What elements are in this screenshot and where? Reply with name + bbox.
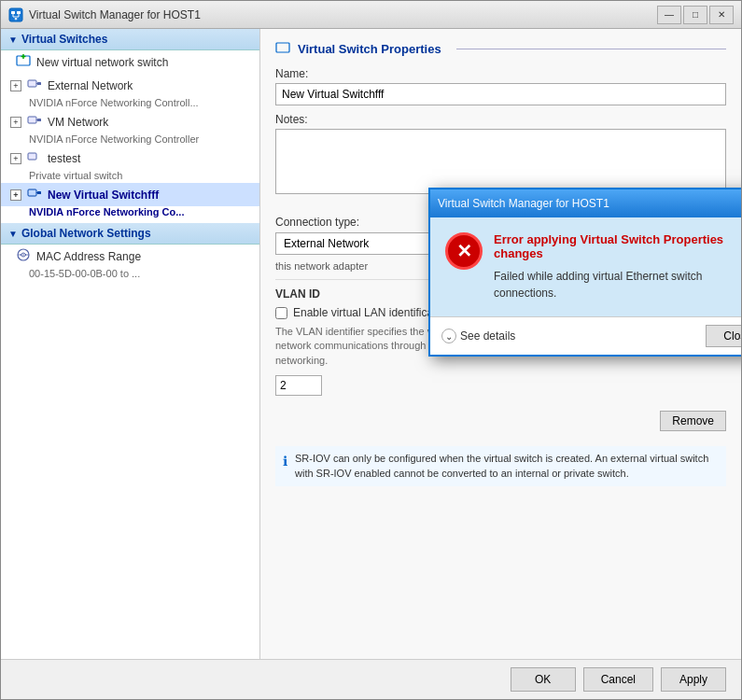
expand-arrow-icon: ▼: [8, 35, 18, 45]
sidebar: ▼ Virtual Switches New virtual network s…: [1, 29, 260, 659]
mac-address-sub: 00-15-5D-00-0B-00 to ...: [1, 268, 259, 281]
svg-rect-14: [37, 119, 41, 121]
svg-rect-18: [37, 191, 41, 194]
vm-network-expand-icon[interactable]: +: [10, 117, 21, 128]
app-icon: [8, 7, 23, 22]
notes-textarea[interactable]: [275, 129, 726, 194]
new-virtual-switchfff-icon: [27, 186, 42, 203]
external-network-expand-icon[interactable]: +: [10, 80, 21, 91]
sidebar-item-new-virtual-switchfff[interactable]: + New Virtual Switchfff NVIDIA nForce Ne…: [1, 183, 259, 219]
ok-button[interactable]: OK: [511, 667, 576, 692]
title-bar-controls: — □ ✕: [657, 6, 734, 24]
global-settings-expand-icon: ▼: [8, 229, 18, 239]
section-title-text: Virtual Switch Properties: [298, 42, 441, 56]
virtual-switches-header[interactable]: ▼ Virtual Switches: [1, 29, 259, 50]
sr-iov-info-text: SR-IOV can only be configured when the v…: [295, 452, 719, 481]
remove-button[interactable]: Remove: [660, 411, 726, 431]
minimize-button[interactable]: —: [657, 6, 681, 24]
external-network-sub: NVIDIA nForce Networking Controll...: [1, 97, 259, 110]
sidebar-item-testest[interactable]: + testest Private virtual switch: [1, 147, 259, 183]
main-window: Virtual Switch Manager for HOST1 — □ ✕ ▼…: [0, 0, 742, 700]
dialog-close-footer-button[interactable]: Close: [706, 325, 741, 347]
right-panel: Virtual Switch Properties Name: Notes: C…: [260, 29, 741, 659]
vlan-input[interactable]: [275, 375, 322, 396]
mac-address-icon: [16, 247, 31, 265]
global-settings-title: Global Network Settings: [21, 227, 151, 240]
svg-point-6: [15, 17, 18, 20]
name-input[interactable]: [275, 83, 726, 105]
error-dialog: Virtual Switch Manager for HOST1 ✕ ✕ Err…: [428, 188, 741, 357]
dialog-body: ✕ Error applying Virtual Switch Properti…: [430, 217, 741, 316]
svg-rect-22: [276, 43, 289, 52]
testest-sub: Private virtual switch: [1, 170, 259, 183]
new-switch-icon: [16, 53, 31, 71]
see-details-label: See details: [460, 329, 515, 343]
external-network-icon: [27, 77, 42, 94]
cancel-button[interactable]: Cancel: [583, 667, 653, 692]
testest-label: testest: [48, 152, 80, 165]
main-content: ▼ Virtual Switches New virtual network s…: [1, 29, 741, 659]
sidebar-item-external-network[interactable]: + External Network NVIDIA nForce Network…: [1, 74, 259, 110]
dialog-message-area: Error applying Virtual Switch Properties…: [494, 232, 741, 301]
sidebar-item-new-switch[interactable]: New virtual network switch: [1, 50, 259, 74]
vm-network-sub: NVIDIA nForce Networking Controller: [1, 133, 259, 147]
apply-button[interactable]: Apply: [661, 667, 726, 692]
svg-rect-13: [28, 117, 36, 123]
svg-rect-1: [11, 11, 15, 14]
testest-expand-icon[interactable]: +: [10, 153, 21, 164]
new-virtual-switchfff-expand-icon[interactable]: +: [10, 189, 21, 201]
dialog-title-text: Virtual Switch Manager for HOST1: [438, 197, 609, 210]
section-title-icon: [275, 40, 290, 58]
name-label: Name:: [275, 67, 726, 80]
see-details-icon: ⌄: [441, 329, 456, 343]
dialog-title-bar: Virtual Switch Manager for HOST1 ✕: [430, 189, 741, 217]
close-button[interactable]: ✕: [709, 6, 734, 24]
bottom-bar: OK Cancel Apply: [1, 659, 741, 699]
title-bar: Virtual Switch Manager for HOST1 — □ ✕: [1, 1, 741, 29]
vlan-checkbox[interactable]: [275, 307, 287, 319]
maximize-button[interactable]: □: [683, 6, 707, 24]
new-switch-label: New virtual network switch: [36, 56, 168, 69]
dialog-footer: ⌄ See details Close: [430, 316, 741, 355]
svg-rect-2: [17, 11, 21, 14]
sidebar-item-mac-address-range[interactable]: MAC Address Range 00-15-5D-00-0B-00 to .…: [1, 245, 259, 281]
notes-label: Notes:: [275, 113, 726, 126]
new-virtual-switchfff-label: New Virtual Switchfff: [48, 189, 159, 202]
svg-rect-11: [37, 82, 41, 85]
mac-address-label: MAC Address Range: [36, 250, 141, 263]
svg-rect-10: [28, 80, 36, 87]
new-virtual-switchfff-sub: NVIDIA nForce Networking Co...: [1, 206, 259, 219]
dialog-error-body: Failed while adding virtual Ethernet swi…: [494, 268, 741, 301]
dialog-error-title: Error applying Virtual Switch Properties…: [494, 232, 741, 260]
virtual-switches-title: Virtual Switches: [21, 33, 107, 46]
sidebar-item-vm-network[interactable]: + VM Network NVIDIA nForce Networking Co…: [1, 110, 259, 147]
vm-network-icon: [27, 113, 42, 131]
external-network-label: External Network: [48, 79, 133, 92]
info-icon: ℹ: [283, 453, 287, 481]
sr-iov-info-box: ℹ SR-IOV can only be configured when the…: [275, 446, 726, 486]
window-title: Virtual Switch Manager for HOST1: [29, 8, 201, 21]
vm-network-label: VM Network: [48, 116, 108, 129]
svg-rect-16: [28, 153, 36, 160]
svg-rect-17: [28, 189, 36, 196]
error-icon-circle: ✕: [445, 232, 483, 270]
see-details-button[interactable]: ⌄ See details: [441, 329, 515, 343]
remove-row: Remove: [275, 411, 726, 439]
testest-icon: [27, 149, 42, 167]
global-network-settings-header[interactable]: ▼ Global Network Settings: [1, 223, 259, 245]
title-bar-left: Virtual Switch Manager for HOST1: [8, 7, 201, 22]
section-title: Virtual Switch Properties: [275, 40, 726, 58]
